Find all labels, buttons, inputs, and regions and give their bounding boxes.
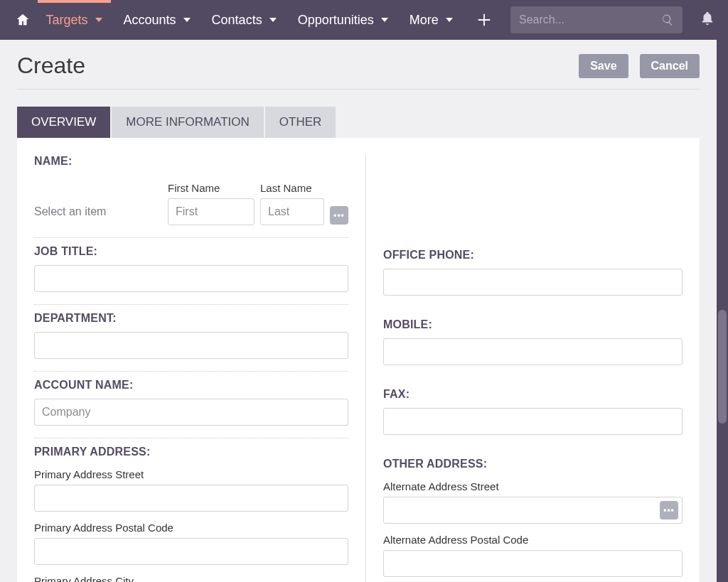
page-header: Create Save Cancel [17, 53, 700, 90]
ellipsis-icon: ••• [663, 506, 675, 514]
global-search[interactable] [510, 6, 682, 33]
last-name-input[interactable] [260, 198, 324, 225]
salutation-select[interactable]: Select an item [34, 198, 162, 225]
search-input[interactable] [519, 14, 661, 26]
top-nav: Targets Accounts Contacts Opportunities … [0, 0, 728, 40]
primary-postal-label: Primary Address Postal Code [34, 522, 348, 534]
tab-overview[interactable]: OVERVIEW [17, 107, 112, 138]
chevron-down-icon [269, 18, 277, 22]
fax-label: FAX: [383, 388, 682, 401]
account-name-label: ACCOUNT NAME: [34, 379, 348, 392]
fax-input[interactable] [383, 408, 682, 435]
nav-contacts[interactable]: Contacts [203, 0, 285, 40]
primary-street-label: Primary Address Street [34, 468, 348, 480]
nav-accounts-label: Accounts [124, 13, 176, 28]
left-column: NAME: Select an item First Name Last Nam… [34, 155, 365, 582]
office-phone-group: OFFICE PHONE: [383, 249, 682, 296]
job-title-label: JOB TITLE: [34, 245, 348, 258]
separator [34, 367, 348, 372]
name-group: NAME: Select an item First Name Last Nam… [34, 155, 348, 225]
office-phone-input[interactable] [383, 269, 682, 296]
tabs: OVERVIEW MORE INFORMATION OTHER [17, 107, 700, 138]
primary-address-label: PRIMARY ADDRESS: [34, 446, 348, 458]
department-input[interactable] [34, 332, 348, 359]
department-group: DEPARTMENT: [34, 312, 348, 359]
other-postal-label: Alternate Address Postal Code [383, 534, 682, 546]
other-street-label: Alternate Address Street [383, 480, 682, 492]
other-street-more-chip[interactable]: ••• [660, 501, 678, 519]
primary-postal-input[interactable] [34, 538, 348, 565]
chevron-down-icon [446, 18, 453, 22]
mobile-group: MOBILE: [383, 318, 682, 365]
header-actions: Save Cancel [579, 54, 700, 78]
separator [34, 301, 348, 305]
account-name-input[interactable] [34, 399, 348, 426]
right-column: OFFICE PHONE: MOBILE: FAX: [365, 155, 682, 582]
mobile-input[interactable] [383, 338, 682, 365]
last-name-label: Last Name [260, 182, 324, 194]
job-title-group: JOB TITLE: [34, 245, 348, 292]
nav-active-underline [38, 0, 111, 3]
nav-opportunities[interactable]: Opportunities [289, 0, 397, 40]
primary-city-label: Primary Address City [34, 575, 348, 582]
cancel-button[interactable]: Cancel [640, 54, 700, 78]
name-label: NAME: [34, 155, 348, 168]
plus-icon [476, 12, 492, 28]
first-name-label: First Name [168, 182, 255, 194]
canvas: Create Save Cancel OVERVIEW MORE INFORMA… [0, 40, 717, 582]
search-icon [661, 14, 674, 26]
nav-more-label: More [410, 13, 439, 28]
nav-more[interactable]: More [401, 0, 461, 40]
other-address-group: OTHER ADDRESS: Alternate Address Street … [383, 458, 682, 582]
other-street-input[interactable] [383, 497, 682, 524]
other-address-label: OTHER ADDRESS: [383, 458, 682, 470]
primary-address-group: PRIMARY ADDRESS: Primary Address Street … [34, 446, 348, 582]
notifications-button[interactable] [700, 11, 715, 29]
bell-icon [700, 11, 715, 26]
chevron-down-icon [183, 18, 191, 22]
department-label: DEPARTMENT: [34, 312, 348, 325]
ellipsis-icon: ••• [333, 211, 345, 220]
nav-accounts[interactable]: Accounts [115, 0, 199, 40]
nav-targets[interactable]: Targets [38, 0, 111, 40]
chevron-down-icon [381, 18, 388, 22]
chevron-down-icon [95, 18, 102, 22]
fax-group: FAX: [383, 388, 682, 435]
job-title-input[interactable] [34, 265, 348, 292]
account-name-group: ACCOUNT NAME: [34, 379, 348, 426]
primary-street-input[interactable] [34, 485, 348, 512]
other-postal-input[interactable] [383, 550, 682, 577]
nav-opportunities-label: Opportunities [298, 13, 374, 28]
home-icon [15, 12, 31, 28]
separator [34, 434, 348, 438]
name-more-chip[interactable]: ••• [330, 206, 348, 225]
office-phone-label: OFFICE PHONE: [383, 249, 682, 262]
separator [34, 234, 348, 238]
nav-targets-label: Targets [46, 13, 88, 28]
mobile-label: MOBILE: [383, 318, 682, 331]
quick-create-button[interactable] [473, 5, 496, 35]
tab-more-information[interactable]: MORE INFORMATION [112, 107, 264, 138]
scrollbar-thumb[interactable] [718, 310, 727, 424]
home-button[interactable] [13, 7, 33, 33]
first-name-input[interactable] [168, 198, 255, 225]
overview-panel: NAME: Select an item First Name Last Nam… [17, 138, 700, 582]
right-scroll-strip [717, 40, 728, 582]
tab-other[interactable]: OTHER [265, 107, 336, 138]
nav-contacts-label: Contacts [212, 13, 262, 28]
page-title: Create [17, 53, 85, 79]
save-button[interactable]: Save [579, 54, 628, 78]
